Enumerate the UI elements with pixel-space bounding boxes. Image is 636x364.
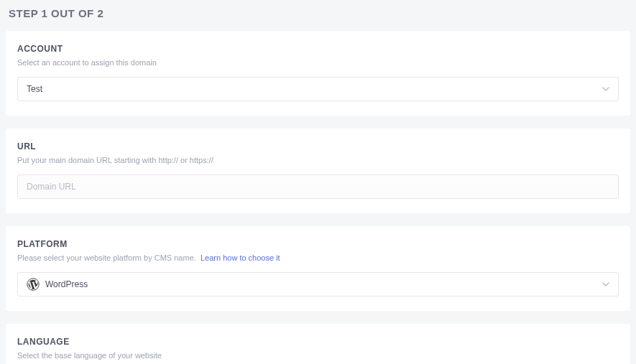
language-hint: Select the base language of your website bbox=[17, 351, 619, 360]
platform-hint-text: Please select your website platform by C… bbox=[17, 253, 196, 262]
platform-label: PLATFORM bbox=[17, 239, 619, 249]
language-label: LANGUAGE bbox=[17, 337, 619, 347]
platform-learn-link[interactable]: Learn how to choose it bbox=[201, 253, 280, 262]
platform-select-value: WordPress bbox=[45, 279, 602, 289]
url-label: URL bbox=[17, 141, 619, 151]
platform-select[interactable]: WordPress bbox=[17, 272, 619, 297]
account-card: ACCOUNT Select an account to assign this… bbox=[6, 31, 630, 116]
wordpress-icon bbox=[27, 278, 40, 291]
account-select[interactable]: Test bbox=[17, 77, 619, 101]
platform-hint: Please select your website platform by C… bbox=[17, 253, 619, 262]
url-card: URL Put your main domain URL starting wi… bbox=[6, 129, 630, 213]
chevron-down-icon bbox=[602, 85, 609, 93]
account-hint: Select an account to assign this domain bbox=[17, 58, 619, 67]
url-input[interactable] bbox=[17, 174, 619, 199]
account-select-value: Test bbox=[27, 84, 602, 94]
step-title: STEP 1 OUT OF 2 bbox=[9, 7, 630, 19]
chevron-down-icon bbox=[602, 281, 609, 288]
account-label: ACCOUNT bbox=[17, 44, 619, 54]
language-card: LANGUAGE Select the base language of you… bbox=[6, 324, 630, 364]
platform-card: PLATFORM Please select your website plat… bbox=[6, 226, 630, 311]
url-hint: Put your main domain URL starting with h… bbox=[17, 156, 619, 164]
